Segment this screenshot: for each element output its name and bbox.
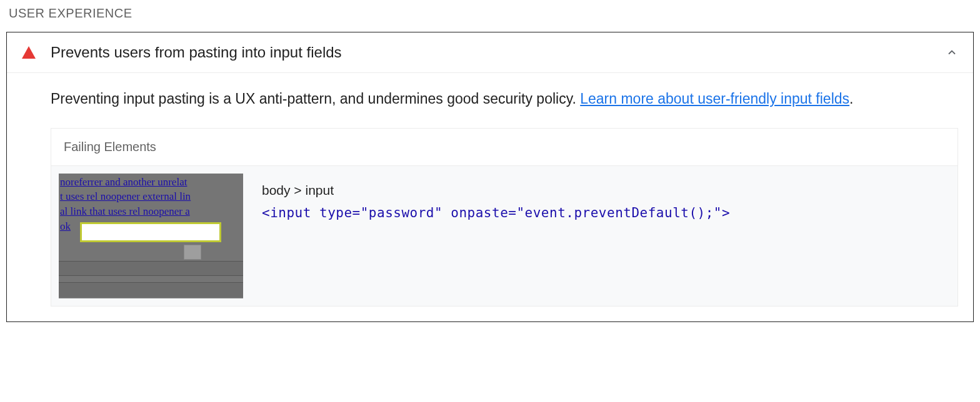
thumb-text-line: al link that uses rel noopener a: [59, 204, 243, 219]
thumb-text-line: noreferrer and another unrelat: [59, 175, 243, 190]
section-label: USER EXPERIENCE: [9, 6, 974, 21]
warning-triangle-icon: [22, 46, 36, 59]
element-thumbnail: noreferrer and another unrelat t uses re…: [59, 174, 243, 298]
thumb-text-line: t uses rel noopener external lin: [59, 189, 243, 204]
audit-title: Prevents users from pasting into input f…: [51, 44, 946, 61]
learn-more-link[interactable]: Learn more about user-friendly input fie…: [580, 91, 849, 107]
element-snippet: <input type="password" onpaste="event.pr…: [262, 202, 730, 225]
thumb-divider: [59, 282, 243, 297]
failing-elements-panel: Failing Elements noreferrer and another …: [51, 128, 958, 306]
audit-panel: Prevents users from pasting into input f…: [6, 32, 974, 322]
audit-description: Preventing input pasting is a UX anti-pa…: [51, 88, 958, 110]
chevron-up-icon: [946, 46, 958, 59]
element-details: body > input <input type="password" onpa…: [262, 174, 730, 226]
broken-image-icon: [184, 245, 201, 260]
audit-body: Preventing input pasting is a UX anti-pa…: [7, 73, 973, 321]
element-selector: body > input: [262, 179, 730, 202]
audit-description-text: Preventing input pasting is a UX anti-pa…: [51, 91, 580, 107]
highlighted-input-icon: [80, 222, 221, 242]
audit-description-suffix: .: [849, 91, 853, 107]
failing-element-row: noreferrer and another unrelat t uses re…: [51, 166, 958, 306]
audit-toggle-header[interactable]: Prevents users from pasting into input f…: [7, 32, 973, 73]
failing-elements-header: Failing Elements: [51, 129, 958, 166]
thumb-divider: [59, 261, 243, 276]
